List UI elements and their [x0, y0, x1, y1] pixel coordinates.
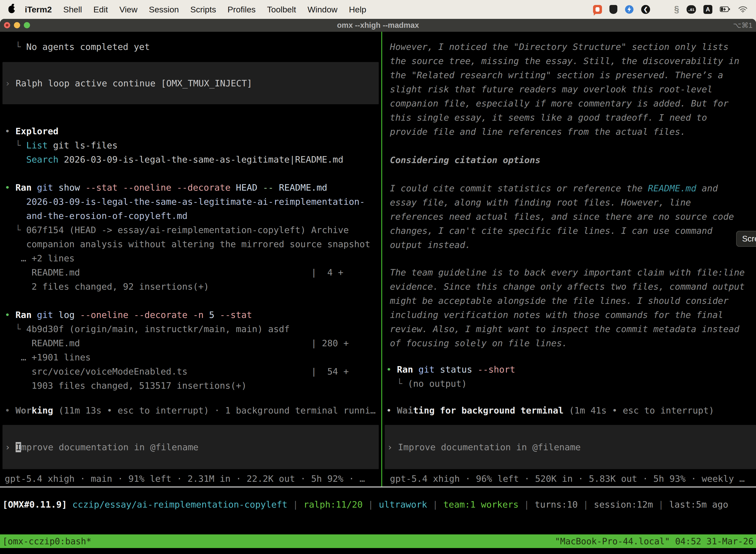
- terminal-line: └ List git ls-files: [0, 138, 381, 152]
- apple-logo-icon[interactable]: [8, 6, 15, 13]
- terminal-line: including verification notes with those …: [382, 308, 756, 322]
- spark-badge-icon[interactable]: [625, 5, 634, 14]
- terminal-line: 2 files changed, 92 insertions(+): [0, 279, 381, 294]
- screen-recording-inner: [595, 7, 600, 12]
- terminal-line: gpt-5.4 xhigh · 96% left · 520K in · 5.8…: [382, 472, 756, 486]
- terminal-line: Search 2026-03-09-is-legal-the-same-as-l…: [0, 152, 381, 167]
- terminal-line: and-the-erosion-of-copyleft.md: [0, 209, 381, 223]
- terminal-line: • Ran git status --short: [382, 363, 756, 377]
- menu-item-profiles[interactable]: Profiles: [228, 5, 255, 14]
- terminal-line: companion file, especially if more comme…: [382, 96, 756, 110]
- terminal-line: the "Related research writing" section i…: [382, 68, 756, 82]
- terminal-line: companion analysis without altering the …: [0, 237, 381, 251]
- menu-item-window[interactable]: Window: [308, 5, 337, 14]
- terminal-line: references need actual files, and since …: [382, 210, 756, 224]
- terminal-line: of focusing solely on file lines.: [382, 336, 756, 350]
- menu-bar: iTerm2ShellEditViewSessionScriptsProfile…: [0, 0, 756, 19]
- terminal-line: Considering citation options: [382, 153, 756, 167]
- terminal-line: • Explored: [0, 124, 381, 138]
- right-terminal-pane[interactable]: However, I noticed the "Directory Struct…: [382, 32, 756, 487]
- dots-grid-icon[interactable]: [657, 5, 667, 14]
- screen-overlay-label: Scre: [742, 234, 756, 243]
- terminal-line: this single essay, it seems like a good …: [382, 110, 756, 125]
- prompt-input[interactable]: › Improve documentation in @filename: [2, 425, 379, 469]
- terminal-line: README.md | 4 +: [0, 265, 381, 279]
- tmux-session-label: [omx-cczip0:bash*: [2, 536, 91, 546]
- menu-item-edit[interactable]: Edit: [93, 5, 108, 14]
- menu-items: iTerm2ShellEditViewSessionScriptsProfile…: [25, 5, 366, 14]
- separator-rule: [0, 487, 756, 488]
- terminal-line: essay file, along with finding root file…: [382, 195, 756, 210]
- terminal-line: review. Also, I might want to inspect th…: [382, 322, 756, 336]
- menu-item-scripts[interactable]: Scripts: [190, 5, 216, 14]
- prompt-input[interactable]: › Ralph loop active continue [OMX_TMUX_I…: [2, 62, 379, 104]
- screen-recording-icon[interactable]: [593, 5, 602, 14]
- terminal-line: might be acceptable alongside the file l…: [382, 294, 756, 308]
- terminal-line: the source tree, missing the essay. Stil…: [382, 54, 756, 68]
- screen-overlay-pill: Scre: [736, 231, 756, 247]
- terminal-line: • Ran git log --oneline --decorate -n 5 …: [0, 308, 381, 322]
- omx-status-bar: [OMX#0.11.9] cczip/essay/ai-reimplementa…: [2, 497, 728, 511]
- terminal-line: However, I noticed the "Directory Struct…: [382, 40, 756, 54]
- terminal-line: src/voice/voiceModeEnabled.ts | 54 +: [0, 365, 381, 379]
- menu-status-icons: ❮ § ..61 A: [593, 4, 748, 15]
- terminal-line: provide file and line references from th…: [382, 125, 756, 139]
- wifi-icon[interactable]: [738, 6, 748, 13]
- terminal-line: gpt-5.4 xhigh · main · 91% left · 2.31M …: [0, 472, 381, 486]
- terminal-line: changes, I can't cite specific file line…: [382, 224, 756, 238]
- terminal-line: 1903 files changed, 513517 insertions(+): [0, 379, 381, 393]
- terminal-line: The team guideline is to back every impo…: [382, 265, 756, 279]
- menu-item-shell[interactable]: Shell: [63, 5, 82, 14]
- terminal-line: • Waiting for background terminal (1m 41…: [382, 403, 756, 418]
- chevron-circle-icon[interactable]: ❮: [641, 5, 650, 14]
- terminal-line: I could cite commit statistics or refere…: [382, 181, 756, 195]
- hook-icon[interactable]: §: [674, 4, 679, 15]
- badge-61-icon[interactable]: ..61: [687, 5, 696, 14]
- terminal-line: README.md | 280 +: [0, 336, 381, 350]
- title-bar[interactable]: omx --xhigh --madmax ⌥⌘1: [0, 19, 756, 32]
- prompt-input[interactable]: › Improve documentation in @filename: [385, 425, 756, 469]
- grid-shield-icon[interactable]: [610, 5, 617, 14]
- menu-item-view[interactable]: View: [119, 5, 137, 14]
- letter-a-icon[interactable]: A: [703, 5, 712, 14]
- terminal-line: 2026-03-09-is-legal-the-same-as-legitima…: [0, 195, 381, 209]
- terminal-content: └ No agents completed yet› Ralph loop ac…: [0, 32, 756, 487]
- iterm-window: omx --xhigh --madmax ⌥⌘1 └ No agents com…: [0, 19, 756, 554]
- window-title: omx --xhigh --madmax: [0, 19, 756, 32]
- terminal-line: slight risk that future readers may over…: [382, 82, 756, 96]
- battery-icon[interactable]: [720, 6, 731, 12]
- tmux-status-bar: [omx-cczip0:bash* "MacBook-Pro-44.local"…: [0, 535, 756, 548]
- left-terminal-pane[interactable]: └ No agents completed yet› Ralph loop ac…: [0, 32, 381, 487]
- window-shortcut-badge: ⌥⌘1: [733, 19, 753, 32]
- terminal-line: • Working (11m 13s • esc to interrupt) ·…: [0, 403, 381, 418]
- terminal-line: … +2 lines: [0, 251, 381, 265]
- menu-item-session[interactable]: Session: [149, 5, 179, 14]
- menu-item-toolbelt[interactable]: Toolbelt: [267, 5, 296, 14]
- terminal-line: • Ran git show --stat --oneline --decora…: [0, 180, 381, 195]
- terminal-line: output instead.: [382, 238, 756, 252]
- terminal-line: … +1901 lines: [0, 350, 381, 365]
- menu-item-iterm2[interactable]: iTerm2: [25, 5, 52, 14]
- terminal-line: evidence. Since this change only affects…: [382, 279, 756, 294]
- terminal-line: └ 067f154 (HEAD -> essay/ai-reimplementa…: [0, 223, 381, 237]
- terminal-line: └ 4b9d30f (origin/main, instructkr/main,…: [0, 322, 381, 336]
- terminal-line: └ (no output): [382, 377, 756, 391]
- tmux-host-clock: "MacBook-Pro-44.local" 04:52 31-Mar-26: [555, 536, 754, 546]
- menu-item-help[interactable]: Help: [349, 5, 366, 14]
- terminal-line: └ No agents completed yet: [0, 40, 381, 54]
